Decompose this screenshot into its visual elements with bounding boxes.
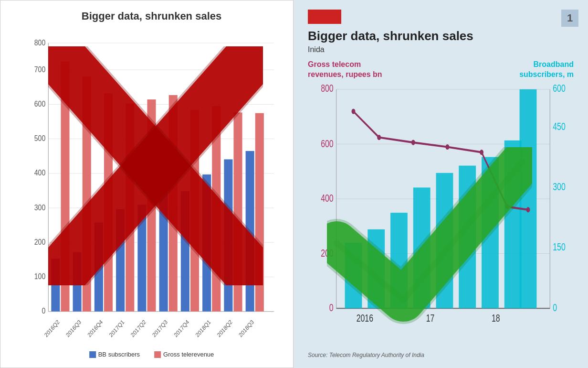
legend-gross-color — [154, 351, 161, 358]
svg-text:2017Q3: 2017Q3 — [151, 318, 169, 339]
svg-rect-38 — [246, 151, 254, 312]
svg-text:2017Q1: 2017Q1 — [108, 318, 126, 339]
svg-text:300: 300 — [34, 203, 45, 212]
svg-rect-27 — [126, 103, 134, 311]
svg-point-82 — [377, 135, 381, 140]
svg-text:400: 400 — [321, 192, 334, 204]
svg-point-84 — [445, 144, 449, 150]
svg-point-87 — [526, 207, 530, 212]
svg-text:18: 18 — [492, 312, 500, 324]
svg-rect-74 — [390, 213, 408, 308]
left-chart-area: 0 100 200 300 400 500 600 700 800 — [24, 32, 279, 339]
svg-rect-26 — [116, 209, 125, 312]
series-labels-row: Gross telecom revenues, rupees bn Broadb… — [308, 60, 574, 80]
svg-rect-22 — [73, 252, 82, 312]
right-panel: Bigger data, shrunken sales Inida Gross … — [294, 0, 588, 368]
svg-text:450: 450 — [553, 120, 566, 132]
svg-rect-72 — [345, 242, 362, 308]
svg-text:800: 800 — [34, 38, 45, 47]
page-number-badge: 1 — [561, 10, 578, 27]
svg-text:150: 150 — [553, 241, 566, 252]
svg-text:0: 0 — [329, 302, 334, 313]
svg-rect-29 — [147, 99, 156, 312]
svg-rect-77 — [459, 165, 476, 308]
legend-bb-label: BB subscribers — [98, 351, 140, 358]
svg-text:100: 100 — [34, 272, 45, 281]
svg-text:2018Q3: 2018Q3 — [238, 318, 255, 339]
legend-gross-label: Gross telerevenue — [163, 351, 214, 358]
svg-text:600: 600 — [321, 138, 334, 149]
svg-text:2018Q2: 2018Q2 — [216, 318, 233, 338]
svg-text:2016Q4: 2016Q4 — [86, 318, 104, 339]
svg-text:0: 0 — [42, 306, 45, 315]
svg-rect-30 — [159, 192, 168, 311]
svg-text:0: 0 — [553, 302, 557, 313]
svg-rect-37 — [233, 112, 242, 311]
svg-point-85 — [480, 150, 483, 155]
svg-rect-36 — [224, 159, 232, 311]
svg-text:17: 17 — [426, 312, 435, 324]
svg-rect-21 — [61, 62, 69, 312]
svg-text:200: 200 — [34, 238, 45, 246]
svg-rect-28 — [137, 205, 146, 311]
svg-text:2017Q4: 2017Q4 — [173, 318, 190, 339]
svg-rect-20 — [51, 259, 60, 312]
svg-text:400: 400 — [34, 168, 45, 177]
svg-rect-39 — [255, 113, 264, 312]
svg-text:700: 700 — [34, 65, 45, 74]
svg-text:200: 200 — [321, 247, 334, 259]
right-dual-chart: 0 200 400 600 800 0 150 300 450 600 — [308, 83, 574, 348]
svg-rect-78 — [482, 157, 499, 308]
svg-text:2016Q3: 2016Q3 — [65, 318, 83, 339]
right-chart-subtitle: Inida — [308, 45, 574, 54]
series-label-broadband: Broadband subscribers, m — [519, 60, 574, 80]
svg-rect-25 — [104, 93, 113, 311]
svg-text:600: 600 — [34, 99, 45, 108]
svg-text:2016: 2016 — [357, 312, 373, 324]
series-label-gross-telecom: Gross telecom revenues, rupees bn — [308, 60, 382, 80]
svg-rect-24 — [94, 223, 103, 312]
svg-rect-33 — [190, 110, 199, 312]
svg-rect-75 — [413, 187, 430, 308]
svg-rect-31 — [169, 95, 178, 312]
left-panel: Bigger data, shrunken sales 0 100 200 30… — [0, 0, 294, 368]
svg-text:600: 600 — [553, 83, 566, 94]
svg-rect-79 — [504, 140, 522, 308]
svg-rect-76 — [436, 173, 453, 308]
right-chart-title: Bigger data, shrunken sales — [308, 29, 574, 43]
left-bar-chart: 0 100 200 300 400 500 600 700 800 — [24, 32, 279, 339]
svg-rect-32 — [181, 191, 189, 311]
svg-rect-73 — [368, 229, 385, 308]
svg-text:2018Q1: 2018Q1 — [194, 318, 212, 339]
svg-point-81 — [352, 108, 356, 114]
svg-rect-23 — [83, 76, 91, 311]
svg-text:500: 500 — [34, 134, 45, 142]
chart-legend: BB subscribers Gross telerevenue — [89, 351, 214, 358]
source-attribution: Source: Telecom Regulatory Authority of … — [308, 352, 574, 358]
svg-point-83 — [411, 140, 415, 145]
svg-rect-35 — [212, 106, 220, 312]
svg-rect-34 — [202, 174, 211, 312]
svg-text:2016Q2: 2016Q2 — [43, 318, 61, 338]
svg-rect-80 — [520, 89, 537, 308]
gross-telecom-label: Gross telecom revenues, rupees bn — [308, 60, 382, 78]
svg-text:800: 800 — [321, 83, 334, 94]
broadband-label: Broadband subscribers, m — [519, 60, 574, 78]
red-rectangle-badge — [308, 10, 341, 24]
left-chart-title: Bigger data, shrunken sales — [24, 10, 279, 22]
svg-point-86 — [505, 204, 509, 209]
dual-chart-area: 0 200 400 600 800 0 150 300 450 600 — [308, 83, 574, 348]
legend-bb-color — [89, 351, 96, 358]
legend-bb: BB subscribers — [89, 351, 140, 358]
svg-text:2017Q2: 2017Q2 — [129, 318, 147, 338]
svg-text:300: 300 — [553, 181, 566, 192]
legend-gross: Gross telerevenue — [154, 351, 214, 358]
